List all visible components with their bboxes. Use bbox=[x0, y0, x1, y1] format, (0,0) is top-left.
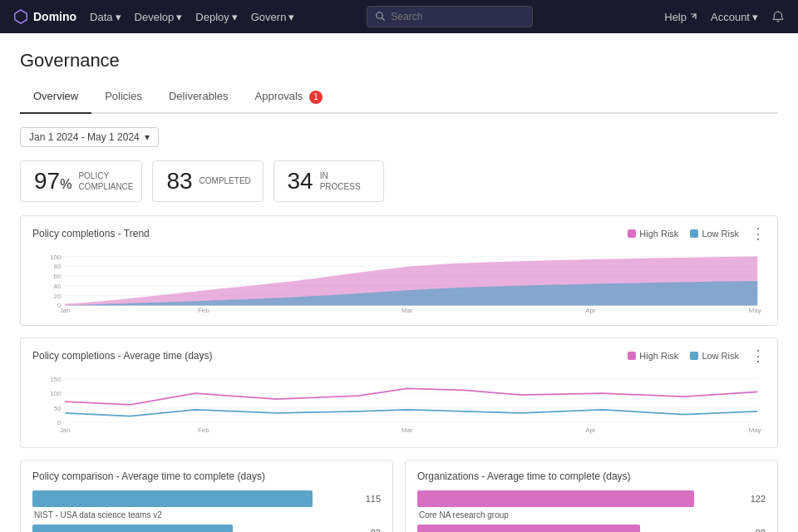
tab-policies[interactable]: Policies bbox=[91, 85, 155, 114]
svg-text:50: 50 bbox=[54, 404, 62, 411]
org-bar-track-1 bbox=[417, 525, 736, 533]
brand-logo[interactable]: Domino bbox=[13, 9, 76, 24]
svg-text:40: 40 bbox=[54, 282, 62, 289]
trend-chart-svg: 100 80 60 40 20 0 Jan Feb Mar Apr May bbox=[32, 248, 766, 314]
trend-chart-title: Policy completions - Trend bbox=[32, 228, 150, 239]
policy-comparison-card: Policy comparison - Average time to comp… bbox=[20, 460, 393, 533]
tab-bar: Overview Policies Deliverables Approvals… bbox=[20, 85, 778, 114]
policy-bar-track-0 bbox=[32, 490, 351, 507]
svg-text:60: 60 bbox=[54, 273, 62, 280]
chevron-down-icon: ▾ bbox=[232, 11, 238, 23]
org-bars: 122 Core NA research group 98 NA dev tea… bbox=[417, 490, 766, 533]
svg-text:Apr: Apr bbox=[585, 426, 596, 434]
avg-legend-low-risk-dot bbox=[690, 352, 698, 360]
svg-point-1 bbox=[377, 12, 383, 19]
kpi-compliance-number: 97% bbox=[34, 168, 71, 195]
date-range-label: Jan 1 2024 - May 1 2024 bbox=[29, 131, 140, 143]
kpi-inprocess-label: IN PROCESS bbox=[320, 170, 370, 192]
chevron-down-icon: ▾ bbox=[116, 11, 121, 23]
avg-time-chart-svg: 150 100 50 0 Jan Feb Mar Apr May bbox=[32, 370, 766, 436]
notification-bell[interactable] bbox=[771, 10, 785, 23]
kpi-inprocess-number: 34 bbox=[288, 168, 313, 195]
legend-low-risk-label: Low Risk bbox=[702, 229, 739, 239]
kpi-completed: 83 COMPLETED bbox=[152, 160, 263, 202]
legend-high-risk: High Risk bbox=[628, 229, 678, 239]
org-bar-fill-0 bbox=[417, 490, 694, 507]
legend-low-risk: Low Risk bbox=[690, 229, 739, 239]
date-range-filter[interactable]: Jan 1 2024 - May 1 2024 ▾ bbox=[20, 127, 159, 147]
svg-line-2 bbox=[382, 18, 385, 21]
svg-text:20: 20 bbox=[54, 292, 62, 299]
legend-high-risk-label: High Risk bbox=[639, 229, 678, 239]
chevron-down-icon: ▾ bbox=[288, 11, 294, 23]
policy-bar-row-1: 82 bbox=[32, 525, 381, 533]
kpi-completed-label: COMPLETED bbox=[200, 175, 249, 186]
approvals-badge: 1 bbox=[309, 91, 323, 104]
main-content: Governance Overview Policies Deliverable… bbox=[0, 33, 798, 532]
svg-text:Mar: Mar bbox=[401, 426, 413, 434]
svg-text:Apr: Apr bbox=[585, 307, 596, 314]
kpi-compliance-label: POLICYCOMPLIANCE bbox=[78, 170, 128, 192]
svg-text:100: 100 bbox=[50, 253, 62, 260]
tab-deliverables[interactable]: Deliverables bbox=[155, 85, 242, 114]
top-navigation: Domino Data ▾ Develop ▾ Deploy ▾ Govern … bbox=[0, 0, 798, 33]
nav-help[interactable]: Help bbox=[664, 11, 697, 23]
avg-time-chart-title: Policy completions - Average time (days) bbox=[32, 350, 213, 362]
svg-text:May: May bbox=[749, 307, 761, 314]
legend-high-risk-dot bbox=[628, 229, 636, 238]
org-bar-value-1: 98 bbox=[742, 528, 766, 533]
org-bar-row-1: 98 bbox=[417, 525, 766, 533]
bottom-row: Policy comparison - Average time to comp… bbox=[20, 460, 778, 533]
nav-right: Help Account ▾ bbox=[664, 10, 785, 23]
org-comparison-title: Organizations - Average time to complete… bbox=[417, 470, 766, 482]
org-bar-value-0: 122 bbox=[742, 494, 766, 504]
org-bar-row-0: 122 bbox=[417, 490, 766, 507]
nav-govern[interactable]: Govern ▾ bbox=[251, 11, 295, 23]
svg-text:Mar: Mar bbox=[401, 307, 413, 314]
policy-bar-label-0: NIST - USA data science teams v2 bbox=[32, 510, 381, 520]
nav-develop[interactable]: Develop ▾ bbox=[135, 11, 183, 23]
page-title: Governance bbox=[20, 50, 778, 71]
svg-text:Jan: Jan bbox=[60, 307, 71, 314]
tab-approvals[interactable]: Approvals 1 bbox=[242, 85, 336, 114]
trend-chart-header: Policy completions - Trend High Risk Low… bbox=[32, 224, 766, 243]
org-bar-label-0: Core NA research group bbox=[417, 510, 766, 520]
legend-low-risk-dot bbox=[690, 229, 698, 238]
org-bar-fill-1 bbox=[417, 525, 640, 533]
avg-legend-high-risk: High Risk bbox=[628, 351, 678, 361]
search-input[interactable] bbox=[391, 11, 507, 22]
policy-bar-value-1: 82 bbox=[357, 528, 381, 533]
avg-time-chart-header: Policy completions - Average time (days)… bbox=[32, 347, 766, 365]
avg-time-chart-section: Policy completions - Average time (days)… bbox=[20, 337, 778, 448]
policy-bar-row-0: 115 bbox=[32, 490, 381, 507]
tab-overview[interactable]: Overview bbox=[20, 85, 91, 114]
policy-bar-fill-0 bbox=[32, 490, 313, 507]
trend-chart-legend: High Risk Low Risk bbox=[628, 229, 739, 239]
chevron-down-icon: ▾ bbox=[176, 11, 182, 23]
avg-legend-low-risk: Low Risk bbox=[690, 351, 739, 361]
policy-bar-track-1 bbox=[32, 525, 351, 533]
svg-text:Feb: Feb bbox=[198, 426, 209, 434]
svg-text:80: 80 bbox=[54, 263, 62, 270]
policy-bars: 115 NIST - USA data science teams v2 82 … bbox=[32, 490, 381, 533]
avg-legend-high-risk-label: High Risk bbox=[639, 351, 678, 361]
svg-text:100: 100 bbox=[50, 390, 62, 397]
svg-text:Feb: Feb bbox=[198, 307, 209, 314]
avg-time-chart-more-icon[interactable]: ⋮ bbox=[751, 347, 766, 365]
nav-account[interactable]: Account ▾ bbox=[711, 11, 758, 23]
policy-bar-value-0: 115 bbox=[357, 494, 381, 504]
policy-comparison-title: Policy comparison - Average time to comp… bbox=[32, 470, 381, 482]
org-comparison-card: Organizations - Average time to complete… bbox=[405, 460, 778, 533]
svg-text:150: 150 bbox=[50, 375, 62, 382]
avg-legend-high-risk-dot bbox=[628, 352, 636, 360]
nav-data[interactable]: Data ▾ bbox=[90, 11, 121, 23]
nav-deploy[interactable]: Deploy ▾ bbox=[195, 11, 237, 23]
trend-chart-more-icon[interactable]: ⋮ bbox=[751, 224, 766, 243]
chevron-down-icon: ▾ bbox=[752, 11, 758, 23]
svg-text:0: 0 bbox=[57, 419, 62, 426]
kpi-policy-compliance: 97% POLICYCOMPLIANCE bbox=[20, 160, 142, 202]
search-box[interactable] bbox=[367, 6, 533, 27]
svg-text:Jan: Jan bbox=[60, 426, 71, 434]
avg-time-legend: High Risk Low Risk bbox=[628, 351, 739, 361]
kpi-in-process: 34 IN PROCESS bbox=[273, 160, 384, 202]
